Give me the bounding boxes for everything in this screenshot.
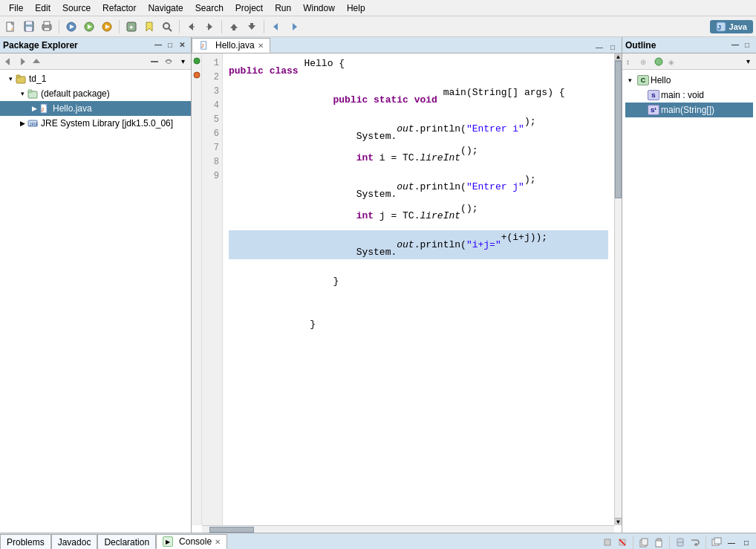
scroll-up-btn[interactable]: ▲ — [615, 53, 622, 61]
menu-project[interactable]: Project — [229, 1, 269, 15]
menu-search[interactable]: Search — [189, 1, 229, 15]
debug-btn[interactable] — [63, 19, 79, 35]
menu-source[interactable]: Source — [56, 1, 97, 15]
menu-help[interactable]: Help — [341, 1, 371, 15]
print-btn[interactable] — [39, 19, 55, 35]
console-stop-btn[interactable] — [601, 536, 614, 549]
svg-rect-5 — [26, 22, 32, 25]
tree-jre[interactable]: ▶ JRE JRE System Library [jdk1.5.0_06] — [0, 116, 191, 131]
pe-minimize-btn[interactable]: — — [152, 39, 164, 51]
file-label: Hello.java — [53, 103, 92, 114]
editor-minimize-btn[interactable]: — — [593, 41, 605, 53]
console-wordwrap-btn[interactable] — [688, 536, 702, 549]
console-copy-btn[interactable] — [637, 536, 651, 549]
bottom-header-buttons: — □ — [601, 536, 756, 549]
menu-edit[interactable]: Edit — [29, 1, 56, 15]
svg-text:+: + — [10, 27, 13, 32]
pe-back-btn[interactable] — [1, 55, 15, 68]
file-toggle[interactable]: ▶ — [30, 105, 39, 112]
scroll-thumb[interactable] — [615, 61, 622, 198]
menu-refactor[interactable]: Refactor — [97, 1, 142, 15]
outline-menu-btn[interactable]: ▾ — [741, 55, 755, 68]
menubar: File Edit Source Refactor Navigate Searc… — [0, 0, 756, 16]
forward-btn[interactable] — [201, 19, 218, 35]
editor-tab-hello[interactable]: J Hello.java ✕ — [192, 38, 270, 53]
outline-maximize-btn[interactable]: □ — [741, 39, 753, 51]
editor-hscrollbar[interactable] — [202, 525, 614, 533]
menu-run[interactable]: Run — [269, 1, 297, 15]
console-minimize-btn[interactable]: — — [725, 536, 738, 549]
up-btn[interactable] — [226, 19, 242, 35]
hello-class-icon: C — [637, 75, 649, 85]
editor-content[interactable]: 1 2 3 4 5 6 7 8 9 public class Hello { — [192, 53, 622, 533]
toolbar-sep-5 — [264, 20, 264, 33]
tree-file-hello[interactable]: ▶ J Hello.java — [0, 101, 191, 116]
console-maximize-btn[interactable]: □ — [740, 536, 753, 549]
pe-menu-btn[interactable]: ▾ — [176, 55, 189, 68]
jre-toggle[interactable]: ▶ — [18, 120, 27, 127]
outline-minimize-btn[interactable]: — — [729, 39, 741, 51]
console-newwin-btn[interactable] — [710, 536, 723, 549]
outline-filter3-btn[interactable]: ◈ — [666, 55, 680, 68]
main-area: Package Explorer — □ ✕ ▾ — [0, 37, 756, 533]
outline-header: Outline — □ — [622, 37, 756, 53]
tab-close-btn[interactable]: ✕ — [258, 42, 264, 50]
outline-method-main-void[interactable]: S main : void — [625, 88, 753, 103]
tree-project[interactable]: ▾ td_1 — [0, 71, 191, 86]
perspective-btn[interactable]: J Java — [710, 20, 753, 33]
editor-maximize-btn[interactable]: □ — [607, 41, 619, 53]
editor-vscrollbar[interactable]: ▲ ▼ — [614, 53, 622, 525]
pe-collapse-btn[interactable] — [148, 55, 161, 68]
menu-window[interactable]: Window — [297, 1, 341, 15]
tab-problems[interactable]: Problems — [0, 534, 51, 549]
outline-class-hello[interactable]: ▾ C Hello — [625, 73, 753, 88]
main-string-icon: S¹ — [648, 105, 659, 115]
save-btn[interactable] — [21, 19, 37, 35]
code-line-9: } — [229, 303, 608, 347]
search2-btn[interactable] — [159, 19, 175, 35]
hscroll-thumb[interactable] — [209, 527, 254, 533]
tab-problems-label: Problems — [7, 537, 45, 548]
coverage-btn[interactable] — [99, 19, 115, 35]
menu-navigate[interactable]: Navigate — [142, 1, 189, 15]
bookmark-btn[interactable] — [141, 19, 157, 35]
svg-text:⊕: ⊕ — [640, 58, 646, 66]
code-editor[interactable]: public class Hello { public static void … — [223, 53, 614, 525]
ext-tools-btn[interactable]: ✦ — [123, 19, 140, 35]
outline-sort-btn[interactable]: ↕ — [624, 55, 637, 68]
pe-close-btn[interactable]: ✕ — [176, 39, 188, 51]
pe-forward-btn[interactable] — [16, 55, 29, 68]
tab-javadoc[interactable]: Javadoc — [51, 534, 98, 549]
scroll-down-btn[interactable]: ▼ — [615, 518, 622, 525]
bottom-tabs-bar: Problems Javadoc Declaration ▶ Console ✕ — [0, 533, 756, 549]
console-scrolllock-btn[interactable] — [674, 536, 687, 549]
back-btn[interactable] — [183, 19, 200, 35]
outline-filter1-btn[interactable]: ⊕ — [638, 55, 651, 68]
tab-declaration[interactable]: Declaration — [97, 534, 156, 549]
console-clear-btn[interactable] — [616, 536, 629, 549]
run-btn[interactable] — [81, 19, 97, 35]
console-tab-close-btn[interactable]: ✕ — [215, 538, 221, 546]
outline-filter2-btn[interactable] — [652, 55, 665, 68]
class-toggle[interactable]: ▾ — [628, 77, 637, 84]
outline-method-main-string[interactable]: S¹ main(String[]) — [625, 103, 753, 117]
console-paste-btn[interactable] — [652, 536, 665, 549]
outline-tree: ▾ C Hello S main : void S¹ main(String[]… — [622, 70, 756, 533]
menu-file[interactable]: File — [3, 1, 29, 15]
project-toggle[interactable]: ▾ — [6, 75, 15, 82]
toolbar-sep-2 — [119, 20, 120, 33]
svg-text:◈: ◈ — [668, 58, 674, 66]
tree-package[interactable]: ▾ (default package) — [0, 86, 191, 101]
tab-label: Hello.java — [215, 40, 255, 51]
toolbar-sep-3 — [179, 20, 180, 33]
next-edit-btn[interactable] — [286, 19, 302, 35]
pe-maximize-btn[interactable]: □ — [164, 39, 176, 51]
new-btn[interactable]: + — [3, 19, 19, 35]
pe-up-btn[interactable] — [30, 55, 43, 68]
package-toggle[interactable]: ▾ — [18, 90, 27, 97]
down-btn[interactable] — [244, 19, 260, 35]
prev-edit-btn[interactable] — [268, 19, 284, 35]
outline-main-void-label: main : void — [661, 90, 704, 100]
tab-console[interactable]: ▶ Console ✕ — [156, 534, 227, 549]
pe-link-btn[interactable] — [162, 55, 175, 68]
